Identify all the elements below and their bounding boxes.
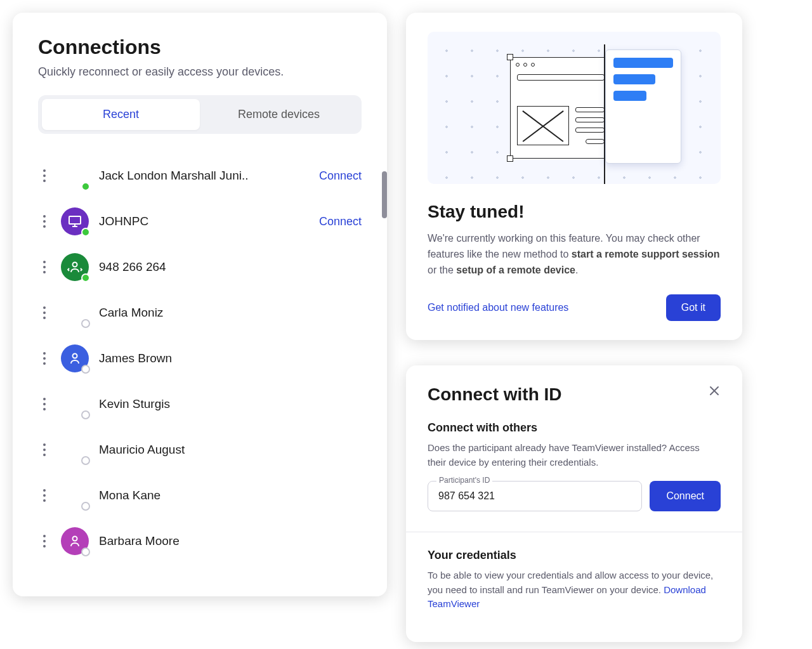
avatar	[61, 436, 89, 464]
more-icon[interactable]	[38, 442, 51, 457]
connection-name: James Brown	[99, 351, 362, 365]
more-icon[interactable]	[38, 534, 51, 549]
avatar	[61, 162, 89, 190]
connection-item[interactable]: 948 266 264	[38, 244, 362, 290]
more-icon[interactable]	[38, 168, 51, 183]
connection-name: Mona Kane	[99, 488, 362, 502]
connect-others-heading: Connect with others	[428, 421, 721, 435]
avatar	[61, 299, 89, 327]
promo-illustration	[428, 32, 721, 184]
avatar	[61, 482, 89, 509]
avatar	[61, 344, 89, 372]
connection-name: Carla Moniz	[99, 306, 362, 320]
svg-point-3	[73, 263, 77, 267]
connect-link[interactable]: Connect	[319, 169, 362, 183]
credentials-text: To be able to view your credentials and …	[428, 568, 721, 612]
connections-title: Connections	[38, 36, 362, 59]
connect-id-title: Connect with ID	[428, 384, 562, 405]
connection-name: Kevin Sturgis	[99, 397, 362, 411]
status-indicator	[81, 456, 90, 465]
avatar	[61, 253, 89, 281]
promo-text: We're currently working on this feature.…	[428, 231, 721, 278]
promo-panel: Stay tuned! We're currently working on t…	[406, 13, 742, 340]
more-icon[interactable]	[38, 305, 51, 320]
participant-id-input[interactable]	[428, 481, 642, 511]
connection-name: JOHNPC	[99, 214, 309, 228]
connections-subtitle: Quickly reconnect or easily access your …	[38, 65, 362, 79]
more-icon[interactable]	[38, 214, 51, 229]
connection-name: Mauricio August	[99, 443, 362, 457]
close-icon[interactable]	[708, 384, 721, 397]
promo-title: Stay tuned!	[428, 202, 721, 222]
connection-item[interactable]: James Brown	[38, 336, 362, 381]
avatar	[61, 207, 89, 235]
connection-item[interactable]: Kevin Sturgis	[38, 381, 362, 427]
connection-list: Jack London Marshall Juni..ConnectJOHNPC…	[38, 153, 362, 564]
divider	[406, 532, 742, 532]
status-indicator	[81, 273, 90, 282]
connection-item[interactable]: Barbara Moore	[38, 518, 362, 564]
connect-id-panel: Connect with ID Connect with others Does…	[406, 365, 742, 642]
connection-name: 948 266 264	[99, 260, 362, 274]
more-icon[interactable]	[38, 259, 51, 275]
svg-rect-0	[69, 216, 81, 224]
connection-name: Jack London Marshall Juni..	[99, 169, 309, 183]
more-icon[interactable]	[38, 488, 51, 503]
connection-item[interactable]: JOHNPCConnect	[38, 199, 362, 244]
avatar	[61, 527, 89, 555]
more-icon[interactable]	[38, 397, 51, 412]
wireframe-window-icon	[510, 57, 612, 159]
connections-tabs: Recent Remote devices	[38, 95, 362, 134]
connection-item[interactable]: Mauricio August	[38, 427, 362, 473]
svg-point-5	[73, 537, 77, 541]
connect-others-text: Does the participant already have TeamVi…	[428, 441, 721, 469]
status-indicator	[81, 182, 90, 191]
tab-recent[interactable]: Recent	[42, 99, 200, 130]
connection-item[interactable]: Mona Kane	[38, 473, 362, 518]
status-indicator	[81, 502, 90, 511]
credentials-heading: Your credentials	[428, 549, 721, 562]
connect-button[interactable]: Connect	[650, 481, 721, 511]
connection-item[interactable]: Carla Moniz	[38, 290, 362, 336]
connections-panel: Connections Quickly reconnect or easily …	[13, 13, 387, 596]
status-indicator	[81, 547, 90, 556]
connect-link[interactable]: Connect	[319, 215, 362, 228]
connection-item[interactable]: Jack London Marshall Juni..Connect	[38, 153, 362, 199]
status-indicator	[81, 319, 90, 328]
got-it-button[interactable]: Got it	[666, 294, 721, 321]
svg-point-4	[73, 354, 77, 358]
status-indicator	[81, 365, 90, 374]
colored-window-icon	[605, 49, 681, 164]
notify-link[interactable]: Get notified about new features	[428, 302, 568, 313]
status-indicator	[81, 228, 90, 237]
connection-name: Barbara Moore	[99, 534, 362, 548]
more-icon[interactable]	[38, 351, 51, 366]
tab-remote-devices[interactable]: Remote devices	[200, 99, 358, 130]
avatar	[61, 390, 89, 418]
scrollbar-thumb[interactable]	[382, 171, 387, 218]
participant-id-label: Participant's ID	[436, 476, 492, 485]
status-indicator	[81, 410, 90, 419]
